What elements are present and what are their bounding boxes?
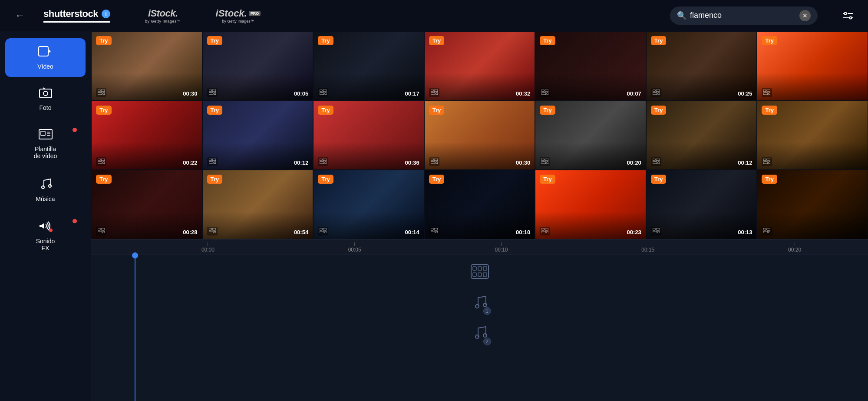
info-icon[interactable]: i (102, 10, 110, 18)
video-cell-1-2[interactable]: Try00:36 (313, 101, 424, 170)
grid-icon-1-1 (207, 157, 218, 166)
svg-rect-34 (541, 89, 544, 92)
sidebar-item-video[interactable]: Vídeo (5, 38, 86, 77)
filter-button[interactable] (838, 6, 858, 25)
ruler-mark-4: 00:20 (721, 242, 868, 253)
sidebar-sonido-label: Sonido FX (36, 238, 55, 252)
svg-rect-51 (212, 159, 216, 161)
sidebar-item-sonido[interactable]: Sonido FX (5, 213, 86, 258)
svg-point-17 (49, 229, 53, 232)
istock-pro-brand[interactable]: iStock. PRO by Getty Images™ (216, 8, 261, 23)
svg-rect-67 (656, 159, 660, 161)
music-track-1-icon[interactable]: 1 (472, 293, 488, 313)
svg-rect-58 (431, 159, 433, 161)
sidebar-item-plantilla[interactable]: Plantilla de vídeo (5, 122, 86, 166)
svg-rect-41 (658, 93, 660, 95)
try-badge-1-6: Try (762, 106, 777, 115)
svg-rect-76 (98, 231, 102, 233)
sidebar-item-musica[interactable]: Música (5, 170, 86, 209)
svg-rect-103 (473, 267, 476, 270)
plantilla-icon (39, 129, 53, 143)
svg-rect-69 (658, 162, 660, 164)
svg-rect-47 (101, 159, 105, 161)
svg-marker-7 (48, 49, 51, 53)
music-track-1-badge: 1 (483, 307, 491, 315)
search-bar[interactable]: 🔍 ✕ (670, 7, 818, 25)
istock-brand[interactable]: iStock. by Getty Images™ (145, 8, 181, 23)
video-track-icon[interactable] (470, 264, 489, 283)
svg-rect-42 (763, 89, 766, 92)
svg-point-9 (43, 91, 48, 96)
svg-rect-104 (478, 267, 482, 270)
try-badge-0-4: Try (540, 36, 555, 45)
video-cell-0-6[interactable]: Try (757, 31, 868, 101)
video-cell-2-1[interactable]: Try00:54 (202, 170, 314, 239)
video-cell-0-1[interactable]: Try00:05 (202, 31, 314, 101)
svg-rect-52 (209, 162, 213, 164)
grid-icon-2-5 (651, 227, 661, 235)
istock-pro-label: iStock. (216, 8, 247, 19)
svg-rect-68 (653, 162, 657, 164)
video-cell-1-6[interactable]: Try (757, 101, 868, 170)
svg-rect-106 (473, 273, 476, 276)
svg-rect-74 (98, 228, 100, 230)
sidebar-plantilla-label: Plantilla de vídeo (34, 146, 57, 159)
duration-0-0: 00:30 (183, 90, 197, 97)
sidebar-musica-label: Música (36, 196, 55, 202)
svg-rect-70 (763, 159, 766, 161)
svg-rect-93 (547, 231, 548, 233)
grid-icon-2-4 (540, 227, 550, 235)
music-track-2-badge: 2 (483, 338, 491, 345)
video-cell-1-1[interactable]: Try00:12 (202, 101, 314, 170)
shutterstock-brand[interactable]: shutterstock i (43, 8, 110, 23)
svg-rect-81 (214, 231, 216, 233)
video-cell-2-2[interactable]: Try00:14 (313, 170, 424, 239)
video-cell-0-2[interactable]: Try00:17 (313, 31, 424, 101)
video-cell-2-3[interactable]: Try00:10 (424, 170, 535, 239)
video-cell-2-6[interactable]: Try (757, 170, 868, 239)
video-cell-1-5[interactable]: Try00:12 (646, 101, 757, 170)
duration-2-0: 00:28 (183, 229, 197, 235)
timeline-ruler: 00:0000:0500:1000:1500:20 (91, 239, 868, 255)
video-cell-0-4[interactable]: Try00:07 (535, 31, 646, 101)
try-badge-2-1: Try (207, 175, 223, 184)
timeline-playhead[interactable] (135, 255, 135, 401)
sidebar-item-foto[interactable]: Foto (5, 80, 86, 118)
video-cell-2-4[interactable]: Try00:23 (535, 170, 646, 239)
video-cell-1-3[interactable]: Try00:30 (424, 101, 535, 170)
svg-rect-98 (763, 228, 766, 230)
svg-rect-101 (769, 231, 770, 233)
svg-rect-20 (98, 93, 102, 95)
svg-rect-79 (212, 228, 216, 230)
svg-rect-82 (320, 228, 322, 230)
grid-icon-0-5 (651, 88, 661, 97)
video-cell-0-0[interactable]: Try00:30 (91, 31, 202, 101)
svg-rect-31 (434, 89, 438, 92)
svg-rect-108 (483, 273, 487, 276)
svg-rect-105 (483, 267, 487, 270)
svg-rect-40 (653, 93, 657, 95)
svg-point-15 (42, 186, 44, 189)
search-icon: 🔍 (677, 11, 686, 20)
try-badge-0-5: Try (651, 36, 667, 45)
svg-rect-86 (431, 228, 433, 230)
svg-rect-87 (434, 228, 438, 230)
svg-rect-30 (431, 89, 433, 92)
search-input[interactable] (690, 11, 796, 20)
istock-label: iStock. (148, 8, 178, 19)
video-cell-1-4[interactable]: Try00:20 (535, 101, 646, 170)
video-cell-0-5[interactable]: Try00:25 (646, 31, 757, 101)
svg-rect-44 (763, 93, 768, 95)
video-cell-2-0[interactable]: Try00:28 (91, 170, 202, 239)
video-cell-2-5[interactable]: Try00:13 (646, 170, 757, 239)
grid-icon-2-6 (762, 227, 772, 235)
clear-search-button[interactable]: ✕ (799, 10, 811, 21)
video-cell-1-0[interactable]: Try00:22 (91, 101, 202, 170)
music-track-2-icon[interactable]: 2 (472, 324, 488, 344)
video-cell-0-3[interactable]: Try00:32 (424, 31, 535, 101)
svg-rect-91 (545, 228, 548, 230)
svg-rect-64 (541, 162, 546, 164)
back-button[interactable]: ← (10, 6, 30, 25)
sidebar: Vídeo Foto Plantilla de vídeo Música (0, 31, 91, 401)
svg-rect-36 (541, 93, 546, 95)
